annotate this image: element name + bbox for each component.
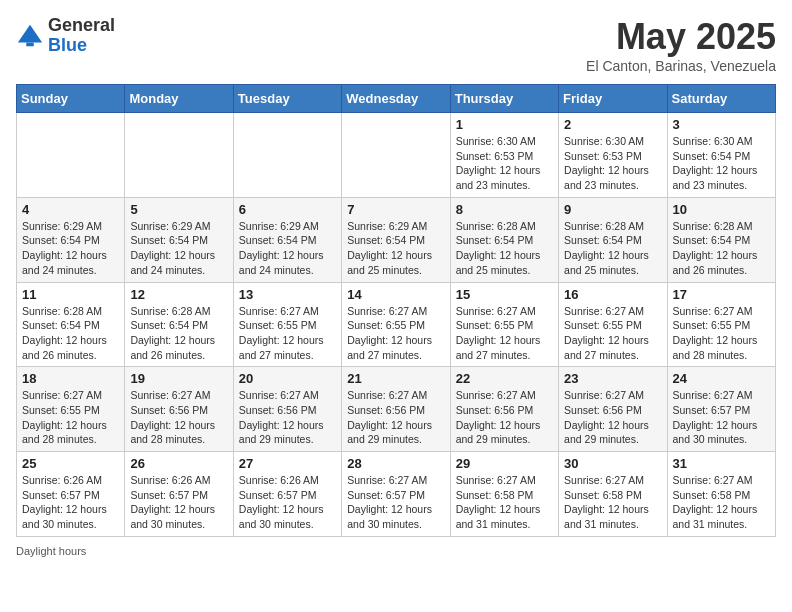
calendar-day-header: Monday — [125, 85, 233, 113]
calendar-table: SundayMondayTuesdayWednesdayThursdayFrid… — [16, 84, 776, 537]
day-info: Sunrise: 6:29 AM Sunset: 6:54 PM Dayligh… — [22, 219, 119, 278]
calendar-day-header: Thursday — [450, 85, 558, 113]
daylight-hours-label: Daylight hours — [16, 545, 86, 557]
day-number: 4 — [22, 202, 119, 217]
day-info: Sunrise: 6:29 AM Sunset: 6:54 PM Dayligh… — [239, 219, 336, 278]
day-number: 24 — [673, 371, 770, 386]
calendar-day-cell: 8Sunrise: 6:28 AM Sunset: 6:54 PM Daylig… — [450, 197, 558, 282]
day-number: 29 — [456, 456, 553, 471]
day-info: Sunrise: 6:26 AM Sunset: 6:57 PM Dayligh… — [22, 473, 119, 532]
day-info: Sunrise: 6:30 AM Sunset: 6:53 PM Dayligh… — [564, 134, 661, 193]
day-info: Sunrise: 6:27 AM Sunset: 6:55 PM Dayligh… — [456, 304, 553, 363]
day-number: 23 — [564, 371, 661, 386]
calendar-week-row: 1Sunrise: 6:30 AM Sunset: 6:53 PM Daylig… — [17, 113, 776, 198]
day-info: Sunrise: 6:28 AM Sunset: 6:54 PM Dayligh… — [564, 219, 661, 278]
calendar-day-cell: 1Sunrise: 6:30 AM Sunset: 6:53 PM Daylig… — [450, 113, 558, 198]
calendar-day-cell: 5Sunrise: 6:29 AM Sunset: 6:54 PM Daylig… — [125, 197, 233, 282]
calendar-day-cell: 21Sunrise: 6:27 AM Sunset: 6:56 PM Dayli… — [342, 367, 450, 452]
day-info: Sunrise: 6:28 AM Sunset: 6:54 PM Dayligh… — [673, 219, 770, 278]
calendar-day-cell — [125, 113, 233, 198]
day-number: 7 — [347, 202, 444, 217]
calendar-week-row: 11Sunrise: 6:28 AM Sunset: 6:54 PM Dayli… — [17, 282, 776, 367]
day-info: Sunrise: 6:27 AM Sunset: 6:55 PM Dayligh… — [22, 388, 119, 447]
day-info: Sunrise: 6:27 AM Sunset: 6:56 PM Dayligh… — [456, 388, 553, 447]
day-number: 2 — [564, 117, 661, 132]
calendar-day-cell: 24Sunrise: 6:27 AM Sunset: 6:57 PM Dayli… — [667, 367, 775, 452]
day-number: 5 — [130, 202, 227, 217]
day-info: Sunrise: 6:27 AM Sunset: 6:55 PM Dayligh… — [564, 304, 661, 363]
day-number: 13 — [239, 287, 336, 302]
day-info: Sunrise: 6:27 AM Sunset: 6:57 PM Dayligh… — [673, 388, 770, 447]
calendar-day-cell: 22Sunrise: 6:27 AM Sunset: 6:56 PM Dayli… — [450, 367, 558, 452]
day-info: Sunrise: 6:29 AM Sunset: 6:54 PM Dayligh… — [347, 219, 444, 278]
day-info: Sunrise: 6:30 AM Sunset: 6:53 PM Dayligh… — [456, 134, 553, 193]
day-number: 25 — [22, 456, 119, 471]
day-number: 31 — [673, 456, 770, 471]
day-info: Sunrise: 6:27 AM Sunset: 6:56 PM Dayligh… — [564, 388, 661, 447]
title-area: May 2025 El Canton, Barinas, Venezuela — [586, 16, 776, 74]
calendar-day-cell — [342, 113, 450, 198]
calendar-day-cell: 20Sunrise: 6:27 AM Sunset: 6:56 PM Dayli… — [233, 367, 341, 452]
calendar-day-cell: 2Sunrise: 6:30 AM Sunset: 6:53 PM Daylig… — [559, 113, 667, 198]
day-number: 18 — [22, 371, 119, 386]
calendar-day-cell: 29Sunrise: 6:27 AM Sunset: 6:58 PM Dayli… — [450, 452, 558, 537]
day-info: Sunrise: 6:28 AM Sunset: 6:54 PM Dayligh… — [22, 304, 119, 363]
calendar-day-cell: 26Sunrise: 6:26 AM Sunset: 6:57 PM Dayli… — [125, 452, 233, 537]
day-info: Sunrise: 6:27 AM Sunset: 6:58 PM Dayligh… — [456, 473, 553, 532]
calendar-day-cell — [233, 113, 341, 198]
day-number: 10 — [673, 202, 770, 217]
day-number: 19 — [130, 371, 227, 386]
day-number: 1 — [456, 117, 553, 132]
calendar-day-cell — [17, 113, 125, 198]
calendar-day-cell: 30Sunrise: 6:27 AM Sunset: 6:58 PM Dayli… — [559, 452, 667, 537]
day-number: 14 — [347, 287, 444, 302]
calendar-day-cell: 4Sunrise: 6:29 AM Sunset: 6:54 PM Daylig… — [17, 197, 125, 282]
day-number: 27 — [239, 456, 336, 471]
calendar-day-cell: 28Sunrise: 6:27 AM Sunset: 6:57 PM Dayli… — [342, 452, 450, 537]
calendar-week-row: 4Sunrise: 6:29 AM Sunset: 6:54 PM Daylig… — [17, 197, 776, 282]
page-header: General Blue May 2025 El Canton, Barinas… — [16, 16, 776, 74]
day-info: Sunrise: 6:27 AM Sunset: 6:58 PM Dayligh… — [564, 473, 661, 532]
logo-blue-text: Blue — [48, 35, 87, 55]
logo-text: General Blue — [48, 16, 115, 56]
day-info: Sunrise: 6:29 AM Sunset: 6:54 PM Dayligh… — [130, 219, 227, 278]
calendar-day-cell: 23Sunrise: 6:27 AM Sunset: 6:56 PM Dayli… — [559, 367, 667, 452]
calendar-week-row: 25Sunrise: 6:26 AM Sunset: 6:57 PM Dayli… — [17, 452, 776, 537]
day-number: 16 — [564, 287, 661, 302]
day-info: Sunrise: 6:27 AM Sunset: 6:55 PM Dayligh… — [673, 304, 770, 363]
calendar-day-cell: 11Sunrise: 6:28 AM Sunset: 6:54 PM Dayli… — [17, 282, 125, 367]
day-info: Sunrise: 6:26 AM Sunset: 6:57 PM Dayligh… — [239, 473, 336, 532]
calendar-day-cell: 6Sunrise: 6:29 AM Sunset: 6:54 PM Daylig… — [233, 197, 341, 282]
day-number: 6 — [239, 202, 336, 217]
day-info: Sunrise: 6:27 AM Sunset: 6:58 PM Dayligh… — [673, 473, 770, 532]
calendar-day-header: Saturday — [667, 85, 775, 113]
calendar-day-cell: 15Sunrise: 6:27 AM Sunset: 6:55 PM Dayli… — [450, 282, 558, 367]
day-info: Sunrise: 6:28 AM Sunset: 6:54 PM Dayligh… — [456, 219, 553, 278]
day-number: 30 — [564, 456, 661, 471]
calendar-header-row: SundayMondayTuesdayWednesdayThursdayFrid… — [17, 85, 776, 113]
day-number: 21 — [347, 371, 444, 386]
calendar-day-cell: 27Sunrise: 6:26 AM Sunset: 6:57 PM Dayli… — [233, 452, 341, 537]
day-info: Sunrise: 6:27 AM Sunset: 6:56 PM Dayligh… — [239, 388, 336, 447]
day-info: Sunrise: 6:26 AM Sunset: 6:57 PM Dayligh… — [130, 473, 227, 532]
calendar-day-header: Tuesday — [233, 85, 341, 113]
calendar-day-cell: 17Sunrise: 6:27 AM Sunset: 6:55 PM Dayli… — [667, 282, 775, 367]
calendar-day-header: Sunday — [17, 85, 125, 113]
day-number: 3 — [673, 117, 770, 132]
day-info: Sunrise: 6:27 AM Sunset: 6:56 PM Dayligh… — [347, 388, 444, 447]
calendar-day-header: Friday — [559, 85, 667, 113]
calendar-day-header: Wednesday — [342, 85, 450, 113]
day-info: Sunrise: 6:27 AM Sunset: 6:55 PM Dayligh… — [239, 304, 336, 363]
calendar-day-cell: 3Sunrise: 6:30 AM Sunset: 6:54 PM Daylig… — [667, 113, 775, 198]
calendar-day-cell: 18Sunrise: 6:27 AM Sunset: 6:55 PM Dayli… — [17, 367, 125, 452]
calendar-day-cell: 14Sunrise: 6:27 AM Sunset: 6:55 PM Dayli… — [342, 282, 450, 367]
day-number: 9 — [564, 202, 661, 217]
calendar-day-cell: 7Sunrise: 6:29 AM Sunset: 6:54 PM Daylig… — [342, 197, 450, 282]
calendar-day-cell: 16Sunrise: 6:27 AM Sunset: 6:55 PM Dayli… — [559, 282, 667, 367]
day-number: 22 — [456, 371, 553, 386]
day-number: 20 — [239, 371, 336, 386]
month-title: May 2025 — [586, 16, 776, 58]
day-info: Sunrise: 6:27 AM Sunset: 6:57 PM Dayligh… — [347, 473, 444, 532]
day-number: 26 — [130, 456, 227, 471]
calendar-day-cell: 25Sunrise: 6:26 AM Sunset: 6:57 PM Dayli… — [17, 452, 125, 537]
